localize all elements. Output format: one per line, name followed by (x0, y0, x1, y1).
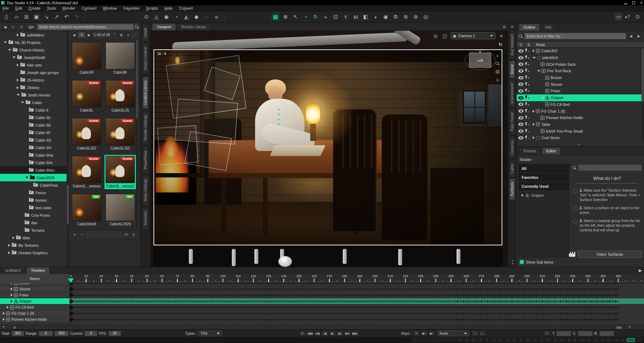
camera-selector[interactable]: ◉ Camera 1 (450, 32, 496, 39)
camera-view-icon[interactable]: ◫ (441, 32, 448, 39)
range-to-field[interactable]: 360 (54, 331, 69, 336)
tree-item-cabinfinal[interactable]: CabinFinal (0, 181, 67, 189)
next-frame-button[interactable]: ▶| (337, 330, 343, 336)
tab-cameras[interactable]: Cameras (509, 136, 515, 159)
render-camera-icon[interactable]: ◎ (421, 13, 430, 21)
selectable-cursor-icon[interactable] (525, 102, 530, 107)
add-content-button[interactable]: + (72, 232, 78, 237)
tree-item-dae[interactable]: dae (0, 219, 67, 226)
play-button[interactable]: ▶ (329, 330, 336, 336)
menu-file[interactable]: File (3, 6, 9, 10)
tab-smart-content[interactable]: Smart Content (142, 43, 148, 74)
selectable-cursor-icon[interactable] (525, 55, 530, 60)
outline-scrollbar[interactable] (641, 48, 644, 141)
selectable-cursor-icon[interactable] (525, 95, 530, 100)
track-name[interactable]: FG Chair 1 (8) (0, 310, 70, 317)
search-input[interactable] (37, 24, 134, 30)
filter-prev-icon[interactable]: ◀ (628, 33, 634, 39)
tab-scene[interactable]: Scene (509, 60, 515, 78)
tree-item-homes[interactable]: homes (0, 196, 67, 204)
tab-powerpose[interactable]: PowerPose (142, 147, 148, 173)
minimize-icon[interactable] (624, 4, 627, 4)
menu-connect[interactable]: Connect (82, 6, 97, 10)
surface-search-icon[interactable] (572, 166, 576, 170)
surface-group-currently-used[interactable]: Currently Used (519, 182, 569, 191)
new-camera-icon[interactable]: ⊙ (142, 13, 151, 21)
whats-this-icon[interactable]: ▸? (623, 13, 632, 21)
types-dropdown[interactable]: TRA (198, 330, 222, 336)
delete-key-button[interactable]: ◆− (428, 330, 435, 336)
tree-item-cabin-6h[interactable]: Cabin 6H (0, 144, 67, 151)
expander-icon[interactable] (8, 251, 10, 254)
selectable-cursor-icon[interactable] (525, 62, 530, 67)
selectable-cursor-icon[interactable] (525, 122, 530, 127)
copy-icon[interactable]: ▭ (123, 232, 129, 237)
menu-render[interactable]: Render (62, 6, 75, 10)
new-gauge-icon[interactable]: ◔ (172, 13, 181, 21)
info-icon[interactable]: ⊙ (633, 13, 642, 21)
fps-field[interactable]: 30 (108, 331, 121, 336)
ds-badge[interactable]: DS (615, 14, 622, 20)
content-item-cabin3l[interactable]: SceneCabin3L (71, 79, 102, 113)
timeline-track-gripper[interactable]: Gripper (0, 298, 644, 304)
page-prev-icon[interactable]: ◀ (71, 32, 77, 38)
tree-item-orestes-graphics[interactable]: Orestes Graphics (0, 249, 67, 256)
visibility-eye-icon[interactable] (518, 76, 523, 79)
go-to-end-button[interactable]: ▶▶| (352, 330, 358, 336)
content-item-cabin3ljs[interactable]: SceneCabin3LJS (104, 79, 136, 113)
expander-icon[interactable] (542, 96, 544, 99)
key-fwd-button[interactable]: ●▷ (479, 330, 486, 336)
tree-item-test-cabin[interactable]: test cabin (0, 204, 67, 211)
content-item-cabin3k[interactable]: Cabin3K (104, 41, 136, 75)
tab-face-transf[interactable]: Face Transf (509, 108, 515, 135)
timeline-expand-icon[interactable]: ▶ (638, 268, 642, 273)
selectable-cursor-icon[interactable] (525, 89, 530, 93)
tree-item-cabin-6hcc[interactable]: Cabin 6Hcc (0, 166, 67, 174)
expander-icon[interactable] (533, 49, 535, 52)
render-frame[interactable]: 16 : 9 Loft + ⊡ ⌂ (153, 49, 502, 245)
geometry-editor-icon[interactable]: M (351, 13, 360, 21)
new-distant-light-icon[interactable]: ◬ (152, 13, 161, 21)
tree-item-smith-homes[interactable]: Smith Homes (0, 91, 67, 99)
new-file-icon[interactable]: ▯ (2, 13, 11, 21)
total-frames-field[interactable]: 361 (11, 331, 24, 336)
selectable-cursor-icon[interactable] (525, 75, 530, 80)
expander-icon[interactable] (11, 294, 13, 297)
timeline-track-fg-chair-1-8-[interactable]: FG Chair 1 (8) (0, 310, 644, 317)
tab-aux-viewport[interactable]: Aux Viewport (509, 30, 515, 59)
menu-scripts[interactable]: Scripts (146, 6, 158, 10)
rotate-selection-icon[interactable]: ◔ (301, 13, 310, 21)
outline-node-coal-stove[interactable]: Coal Stove (517, 134, 641, 141)
page-number[interactable]: 1 (78, 32, 85, 38)
tree-item-joseph-age-groups[interactable]: Joseph age groups (0, 69, 67, 76)
expander-icon[interactable] (25, 177, 28, 178)
selectable-cursor-icon[interactable] (525, 136, 530, 140)
outline-node-jailerkitch[interactable]: jailerkitch (517, 54, 641, 61)
column-node[interactable]: Node (533, 43, 545, 47)
content-item-cabin3l-erious2[interactable]: SceneCabin3L...erious2 (104, 155, 136, 189)
tree-item-jsstory[interactable]: JSstory (0, 84, 67, 91)
content-item-cabin6l2025[interactable]: SetCabin6L2025 (104, 193, 136, 227)
track-keyframes[interactable] (70, 286, 644, 292)
timeline-track-pioneer-kitchen-kettle[interactable]: Pioneer Kitchen Kettle (0, 317, 644, 323)
surface-search-input[interactable] (578, 165, 642, 171)
track-name[interactable]: Broom (0, 283, 70, 286)
timeline-track-fg-ca-bed[interactable]: FG CA Bed (0, 304, 644, 310)
thumb-size-stepper[interactable]: +- (112, 32, 117, 38)
next-key-button[interactable]: ▶● (344, 330, 351, 336)
show-sub-items-checkbox[interactable]: ✓ (519, 260, 524, 264)
expander-icon[interactable] (21, 102, 24, 103)
menu-edit[interactable]: Edit (15, 6, 22, 10)
timeline-track-broom[interactable]: Broom (0, 283, 644, 286)
edit-key-button[interactable]: ✎ (413, 330, 420, 336)
column-visible[interactable]: V (517, 43, 525, 47)
tree-item-cabin-6hc[interactable]: Cabin 6Hc (0, 159, 67, 166)
tree-item-cabin-6f[interactable]: Cabin 6F (0, 129, 67, 136)
selectable-cursor-icon[interactable] (525, 82, 530, 87)
selectable-cursor-icon[interactable] (525, 109, 530, 113)
visibility-eye-icon[interactable] (518, 56, 523, 59)
expander-icon[interactable] (533, 123, 535, 126)
export-file-icon[interactable]: ↗ (52, 13, 61, 21)
filter-next-icon[interactable]: ▶ (636, 33, 642, 39)
frame-icon[interactable]: ⊡ (496, 69, 499, 74)
